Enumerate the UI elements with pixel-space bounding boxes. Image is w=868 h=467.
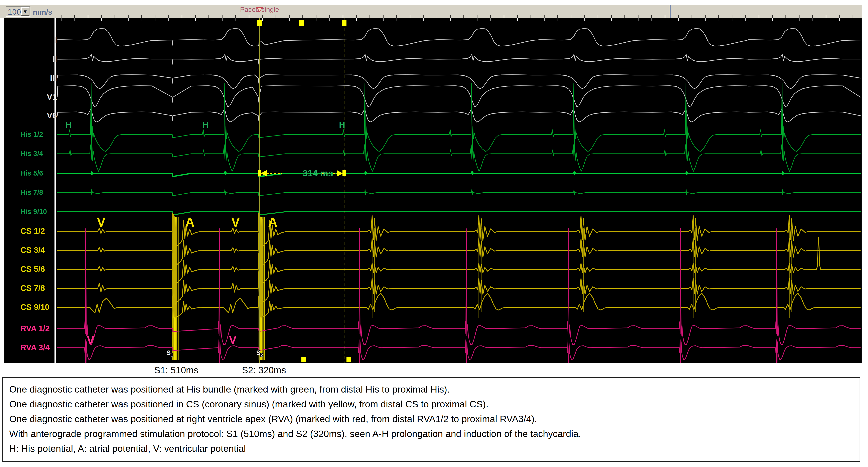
sweep-speed-combo[interactable]: 100 ▼ bbox=[6, 6, 30, 17]
note-line-3: One diagnostic catheter was positioned a… bbox=[9, 411, 860, 426]
channel-label-rva12[interactable]: RVA 1/2 bbox=[21, 323, 50, 334]
trace-rva12 bbox=[57, 229, 860, 345]
trace-v6 bbox=[57, 108, 860, 122]
trace-his78 bbox=[57, 189, 860, 196]
rva-potential-annotation: V bbox=[229, 333, 237, 346]
channel-label-his78[interactable]: His 7/8 bbox=[21, 187, 43, 198]
trace-his12 bbox=[57, 84, 860, 152]
cs-potential-annotation: A bbox=[185, 215, 194, 230]
toolbar-time-ticks bbox=[57, 15, 862, 18]
note-line-2: One diagnostic catheter was positioned i… bbox=[9, 397, 860, 411]
channel-label-cs34[interactable]: CS 3/4 bbox=[21, 245, 45, 255]
trace-cs12 bbox=[57, 213, 860, 247]
caliper-top-square[interactable] bbox=[299, 20, 304, 26]
channel-label-cs12[interactable]: CS 1/2 bbox=[21, 226, 45, 236]
electrogram-traces bbox=[4, 18, 862, 363]
cs-potential-annotation: V bbox=[97, 215, 105, 230]
channel-label-v6[interactable]: V6 bbox=[4, 110, 57, 121]
toolbar: 100 ▼ mm/s Paced single bbox=[0, 5, 862, 18]
channel-label-his34[interactable]: His 3/4 bbox=[21, 148, 43, 159]
h-potential-annotation: H bbox=[339, 120, 345, 130]
caliper-bottom-square[interactable] bbox=[346, 357, 351, 362]
s1-interval-label: S1: 510ms bbox=[154, 365, 198, 375]
trace-cs56 bbox=[57, 237, 860, 284]
channel-label-ii[interactable]: II bbox=[4, 54, 57, 64]
caliper-top-square[interactable] bbox=[257, 20, 262, 26]
note-line-5: H: His potential, A: atrial potential, V… bbox=[9, 441, 860, 456]
trace-cs34 bbox=[57, 233, 860, 266]
trace-his910 bbox=[57, 212, 860, 215]
channel-label-his12[interactable]: His 1/2 bbox=[21, 129, 43, 139]
channel-label-iii[interactable]: III bbox=[4, 73, 57, 83]
note-line-4: With anterograde programmed stimulation … bbox=[9, 426, 860, 441]
trace-v1 bbox=[57, 86, 860, 107]
channel-label-his910[interactable]: His 9/10 bbox=[21, 206, 47, 217]
notes-box: One diagnostic catheter was positioned a… bbox=[2, 377, 860, 462]
sweep-speed-value[interactable]: 100 bbox=[8, 8, 21, 16]
trace-his56 bbox=[57, 171, 860, 176]
sweep-speed-unit-label: mm/s bbox=[33, 8, 52, 16]
trace-cs78 bbox=[57, 272, 860, 303]
ep-recording-screen: { "toolbar": { "speed_value": "100", "sp… bbox=[0, 0, 868, 467]
s2-interval-label: S2: 320ms bbox=[242, 365, 286, 375]
trace-iii bbox=[57, 75, 860, 89]
note-line-1: One diagnostic catheter was positioned a… bbox=[9, 382, 860, 397]
channel-label-cs78[interactable]: CS 7/8 bbox=[21, 283, 45, 293]
channel-label-his56[interactable]: His 5/6 bbox=[21, 168, 43, 178]
stim-marker-annotation: S2 bbox=[256, 349, 263, 358]
h-potential-annotation: H bbox=[65, 120, 71, 130]
trace-i bbox=[57, 29, 860, 46]
cs-potential-annotation: A bbox=[268, 215, 277, 230]
channel-label-cs910[interactable]: CS 9/10 bbox=[21, 302, 50, 312]
trace-his34 bbox=[57, 143, 860, 171]
caliper-measurement-label: 314 ms bbox=[303, 168, 333, 178]
channel-label-cs56[interactable]: CS 5/6 bbox=[21, 264, 45, 274]
rva-potential-annotation: V bbox=[87, 333, 95, 346]
trace-cs910 bbox=[57, 293, 860, 318]
paced-event-marker-icon-fill bbox=[257, 8, 262, 11]
channel-label-i[interactable]: I bbox=[4, 35, 57, 45]
caliper-bottom-square[interactable] bbox=[302, 357, 306, 362]
trace-rva34 bbox=[57, 340, 860, 363]
channel-label-v1[interactable]: V1 bbox=[4, 92, 57, 102]
waveform-area[interactable]: IIIIIIV1V6His 1/2His 3/4His 5/6His 7/8Hi… bbox=[4, 18, 862, 363]
caliper-top-square[interactable] bbox=[342, 20, 346, 26]
h-potential-annotation: H bbox=[203, 120, 209, 130]
chevron-down-icon[interactable]: ▼ bbox=[21, 7, 29, 16]
stim-marker-annotation: S1 bbox=[167, 349, 173, 358]
trace-ii bbox=[57, 54, 860, 64]
cs-potential-annotation: V bbox=[231, 215, 240, 230]
channel-label-rva34[interactable]: RVA 3/4 bbox=[21, 342, 50, 353]
